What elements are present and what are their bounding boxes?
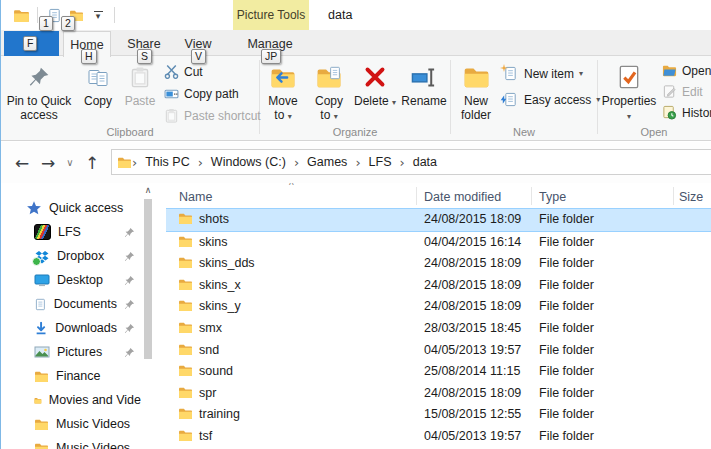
column-header-type[interactable]: Type bbox=[539, 190, 566, 204]
file-row-skins-y[interactable]: skins_y 24/08/2015 18:09 File folder bbox=[166, 296, 711, 318]
breadcrumb-lfs[interactable]: LFS bbox=[363, 155, 398, 169]
sidebar-item-pictures[interactable]: Pictures bbox=[1, 340, 141, 364]
new-item-button[interactable]: New item ▾ bbox=[503, 66, 600, 81]
file-row-sound[interactable]: sound 25/08/2014 11:15 File folder bbox=[166, 361, 711, 383]
sidebar-item-downloads[interactable]: Downloads bbox=[1, 316, 141, 340]
file-row-smx[interactable]: smx 28/03/2015 18:45 File folder bbox=[166, 318, 711, 340]
sidebar-item-documents[interactable]: Documents bbox=[1, 292, 141, 316]
column-divider[interactable] bbox=[416, 187, 417, 205]
separator bbox=[114, 7, 115, 23]
back-button[interactable]: ← bbox=[9, 142, 35, 183]
scrollbar-up-icon[interactable]: ∧ bbox=[143, 185, 153, 195]
quick-access-star-icon bbox=[26, 200, 42, 216]
sidebar-item-dropbox[interactable]: Dropbox bbox=[1, 244, 141, 268]
folder-icon bbox=[34, 442, 49, 449]
sidebar-item-music-videos-2[interactable]: Music Videos bbox=[1, 436, 141, 449]
ribbon-group-organize: Move to ▾ Copy to ▾ Delete ▾ Rename bbox=[260, 56, 450, 140]
new-folder-icon bbox=[463, 62, 490, 92]
group-label-open: Open bbox=[598, 126, 710, 138]
breadcrumb-windows-c[interactable]: Windows (C:) bbox=[205, 155, 292, 169]
copy-to-icon bbox=[316, 62, 342, 92]
keytip-qat-2: 2 bbox=[61, 16, 75, 31]
file-row-spr[interactable]: spr 24/08/2015 18:09 File folder bbox=[166, 383, 711, 405]
paste-icon bbox=[129, 62, 151, 92]
folder-icon bbox=[178, 278, 193, 291]
window-folder-icon bbox=[10, 3, 32, 27]
folder-icon bbox=[178, 364, 193, 377]
folder-icon bbox=[34, 394, 42, 407]
sidebar-item-quick-access[interactable]: Quick access bbox=[1, 196, 141, 220]
edit-button[interactable]: Edit bbox=[662, 84, 711, 99]
sidebar-item-lfs[interactable]: LFS bbox=[1, 220, 141, 244]
breadcrumb-data[interactable]: data bbox=[407, 155, 443, 169]
chevron-right-icon: › bbox=[198, 155, 203, 170]
file-row-skins-x[interactable]: skins_x 24/08/2015 18:09 File folder bbox=[166, 275, 711, 297]
new-folder-button[interactable]: New folder bbox=[451, 59, 501, 127]
rename-button[interactable]: Rename bbox=[398, 59, 450, 127]
easy-access-button[interactable]: Easy access ▾ bbox=[503, 92, 600, 107]
folder-icon bbox=[178, 299, 193, 312]
file-row-skins-dds[interactable]: skins_dds 24/08/2015 18:09 File folder bbox=[166, 253, 711, 275]
sort-ascending-icon: ^ bbox=[289, 183, 294, 191]
file-row-snd[interactable]: snd 04/05/2013 19:57 File folder bbox=[166, 340, 711, 362]
column-headers: ^ Name Date modified Type Size bbox=[166, 183, 711, 209]
recent-locations-dropdown[interactable]: ∨ bbox=[61, 142, 79, 183]
file-row-shots[interactable]: shots 24/08/2015 18:09 File folder bbox=[166, 208, 711, 232]
move-to-button[interactable]: Move to ▾ bbox=[260, 59, 306, 127]
dropdown-caret: ▾ bbox=[579, 69, 583, 78]
copy-to-button[interactable]: Copy to ▾ bbox=[306, 59, 352, 127]
sidebar-item-movies[interactable]: Movies and Vide bbox=[1, 388, 141, 412]
ribbon-group-new: New folder New item ▾ Easy access bbox=[451, 56, 597, 140]
sidebar-item-finance[interactable]: Finance bbox=[1, 364, 141, 388]
column-header-date-modified[interactable]: Date modified bbox=[424, 190, 501, 204]
properties-button[interactable]: Properties▾ bbox=[598, 59, 660, 127]
column-divider[interactable] bbox=[673, 187, 674, 205]
easy-access-icon bbox=[503, 92, 519, 107]
folder-icon bbox=[178, 407, 193, 420]
delete-button[interactable]: Delete ▾ bbox=[352, 59, 398, 127]
new-item-icon bbox=[503, 66, 519, 81]
column-header-size[interactable]: Size bbox=[679, 190, 703, 204]
forward-button[interactable]: → bbox=[35, 142, 61, 183]
qat-customize-dropdown[interactable]: ▾ bbox=[87, 3, 109, 27]
copy-path-button[interactable]: Copy path bbox=[164, 86, 261, 101]
pin-icon bbox=[124, 251, 135, 262]
folder-icon bbox=[178, 343, 193, 356]
contextual-tab-group-label: Picture Tools bbox=[233, 0, 309, 30]
group-label-organize: Organize bbox=[260, 126, 450, 138]
sidebar-item-desktop[interactable]: Desktop bbox=[1, 268, 141, 292]
file-row-skins[interactable]: skins 04/04/2015 16:14 File folder bbox=[166, 232, 711, 254]
lfs-icon bbox=[34, 224, 51, 240]
dropdown-caret: ▾ bbox=[334, 112, 338, 121]
pin-to-quick-access-button[interactable]: Pin to Quick access bbox=[1, 59, 77, 127]
sidebar-item-music-videos-1[interactable]: Music Videos bbox=[1, 412, 141, 436]
chevron-right-icon: › bbox=[355, 155, 360, 170]
column-divider[interactable] bbox=[531, 187, 532, 205]
navigation-pane: Quick access LFS Dropbox Desktop Documen… bbox=[1, 183, 141, 449]
address-folder-icon bbox=[117, 156, 132, 169]
up-button[interactable]: ↑ bbox=[79, 142, 105, 183]
breadcrumb-games[interactable]: Games bbox=[301, 155, 353, 169]
cut-button[interactable]: Cut bbox=[164, 64, 261, 79]
file-row-training[interactable]: training 15/08/2015 12:55 File folder bbox=[166, 404, 711, 426]
open-button[interactable]: Open bbox=[662, 63, 711, 78]
scrollbar-thumb[interactable] bbox=[144, 199, 152, 359]
history-icon bbox=[662, 105, 677, 120]
file-row-tsf[interactable]: tsf 04/05/2013 19:57 File folder bbox=[166, 426, 711, 448]
pin-icon bbox=[124, 323, 135, 334]
group-label-clipboard: Clipboard bbox=[1, 126, 259, 138]
customize-toolbar-icon: ▾ bbox=[94, 11, 103, 19]
address-breadcrumb-bar[interactable]: › This PC › Windows (C:) › Games › LFS ›… bbox=[111, 149, 711, 175]
breadcrumb-this-pc[interactable]: This PC bbox=[139, 155, 195, 169]
paste-button[interactable]: Paste bbox=[119, 59, 161, 127]
column-header-name[interactable]: Name bbox=[179, 190, 212, 204]
folder-icon bbox=[178, 235, 193, 248]
separator bbox=[37, 7, 38, 23]
paste-shortcut-icon bbox=[164, 108, 179, 123]
history-button[interactable]: History bbox=[662, 105, 711, 120]
paste-shortcut-button[interactable]: Paste shortcut bbox=[164, 108, 261, 123]
nav-pane-scrollbar[interactable]: ∧ bbox=[143, 185, 153, 449]
documents-icon bbox=[34, 297, 47, 312]
keytip-share: S bbox=[137, 49, 152, 64]
copy-button[interactable]: Copy bbox=[77, 59, 119, 127]
